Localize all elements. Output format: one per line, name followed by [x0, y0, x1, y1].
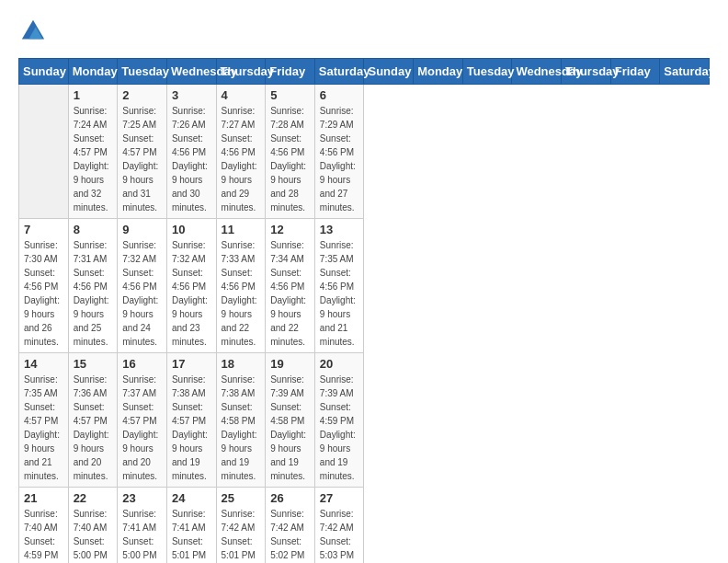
weekday-header-sunday: Sunday [19, 59, 69, 85]
weekday-header-friday: Friday [266, 59, 315, 85]
day-info: Sunrise: 7:26 AMSunset: 4:56 PMDaylight:… [172, 104, 211, 214]
calendar-cell: 12Sunrise: 7:34 AMSunset: 4:56 PMDayligh… [266, 219, 315, 353]
calendar-week-row: 14Sunrise: 7:35 AMSunset: 4:57 PMDayligh… [19, 353, 710, 488]
day-info: Sunrise: 7:38 AMSunset: 4:57 PMDaylight:… [172, 373, 211, 483]
day-number: 24 [172, 491, 211, 505]
day-info: Sunrise: 7:32 AMSunset: 4:56 PMDaylight:… [122, 238, 162, 349]
day-number: 12 [270, 223, 310, 236]
weekday-header-tuesday: Tuesday [118, 59, 167, 85]
day-info: Sunrise: 7:35 AMSunset: 4:56 PMDaylight:… [320, 238, 359, 349]
day-info: Sunrise: 7:38 AMSunset: 4:58 PMDaylight:… [222, 373, 261, 483]
day-number: 18 [222, 357, 261, 371]
day-info: Sunrise: 7:25 AMSunset: 4:57 PMDaylight:… [122, 104, 162, 214]
day-info: Sunrise: 7:40 AMSunset: 4:59 PMDaylight:… [24, 507, 63, 563]
calendar-cell [19, 85, 69, 219]
day-info: Sunrise: 7:41 AMSunset: 5:01 PMDaylight:… [172, 507, 211, 563]
day-number: 15 [74, 357, 113, 371]
calendar-cell: 14Sunrise: 7:35 AMSunset: 4:57 PMDayligh… [19, 353, 69, 488]
page-header [18, 18, 710, 49]
calendar-cell: 15Sunrise: 7:36 AMSunset: 4:57 PMDayligh… [68, 353, 118, 488]
day-number: 13 [320, 223, 359, 236]
day-info: Sunrise: 7:42 AMSunset: 5:02 PMDaylight:… [270, 507, 310, 563]
day-number: 2 [122, 88, 162, 102]
calendar-cell: 5Sunrise: 7:28 AMSunset: 4:56 PMDaylight… [266, 85, 315, 219]
day-info: Sunrise: 7:29 AMSunset: 4:56 PMDaylight:… [320, 104, 359, 214]
calendar-cell: 10Sunrise: 7:32 AMSunset: 4:56 PMDayligh… [166, 219, 216, 353]
calendar-cell: 4Sunrise: 7:27 AMSunset: 4:56 PMDaylight… [216, 85, 266, 219]
weekday-header-thursday: Thursday [216, 59, 266, 85]
day-number: 1 [74, 88, 113, 102]
calendar-cell: 22Sunrise: 7:40 AMSunset: 5:00 PMDayligh… [68, 488, 118, 564]
calendar-cell: 25Sunrise: 7:42 AMSunset: 5:01 PMDayligh… [216, 488, 266, 564]
day-info: Sunrise: 7:27 AMSunset: 4:56 PMDaylight:… [222, 104, 261, 214]
day-info: Sunrise: 7:24 AMSunset: 4:57 PMDaylight:… [74, 104, 113, 214]
calendar-cell: 8Sunrise: 7:31 AMSunset: 4:56 PMDaylight… [68, 219, 118, 353]
day-info: Sunrise: 7:42 AMSunset: 5:03 PMDaylight:… [320, 507, 359, 563]
calendar-cell: 2Sunrise: 7:25 AMSunset: 4:57 PMDaylight… [118, 85, 167, 219]
day-info: Sunrise: 7:31 AMSunset: 4:56 PMDaylight:… [74, 238, 113, 349]
day-number: 3 [172, 88, 211, 102]
day-info: Sunrise: 7:28 AMSunset: 4:56 PMDaylight:… [270, 104, 310, 214]
calendar-cell: 3Sunrise: 7:26 AMSunset: 4:56 PMDaylight… [166, 85, 216, 219]
weekday-header-sunday: Sunday [364, 59, 414, 85]
weekday-header-wednesday: Wednesday [166, 59, 216, 85]
day-number: 11 [222, 223, 261, 236]
day-info: Sunrise: 7:39 AMSunset: 4:59 PMDaylight:… [320, 373, 359, 483]
calendar-cell: 19Sunrise: 7:39 AMSunset: 4:58 PMDayligh… [266, 353, 315, 488]
day-number: 20 [320, 357, 359, 371]
day-number: 5 [270, 88, 310, 102]
calendar-cell: 7Sunrise: 7:30 AMSunset: 4:56 PMDaylight… [19, 219, 69, 353]
day-number: 26 [270, 491, 310, 505]
calendar-cell: 21Sunrise: 7:40 AMSunset: 4:59 PMDayligh… [19, 488, 69, 564]
day-number: 19 [270, 357, 310, 371]
day-info: Sunrise: 7:37 AMSunset: 4:57 PMDaylight:… [122, 373, 162, 483]
day-number: 4 [222, 88, 261, 102]
day-number: 27 [320, 491, 359, 505]
calendar-cell: 26Sunrise: 7:42 AMSunset: 5:02 PMDayligh… [266, 488, 315, 564]
calendar-cell: 9Sunrise: 7:32 AMSunset: 4:56 PMDaylight… [118, 219, 167, 353]
calendar-cell: 23Sunrise: 7:41 AMSunset: 5:00 PMDayligh… [118, 488, 167, 564]
calendar-week-row: 7Sunrise: 7:30 AMSunset: 4:56 PMDaylight… [19, 219, 710, 353]
weekday-header-tuesday: Tuesday [462, 59, 512, 85]
day-info: Sunrise: 7:40 AMSunset: 5:00 PMDaylight:… [74, 507, 113, 563]
day-info: Sunrise: 7:35 AMSunset: 4:57 PMDaylight:… [24, 373, 63, 483]
day-number: 25 [222, 491, 261, 505]
logo [18, 18, 46, 49]
day-number: 22 [74, 491, 113, 505]
calendar-cell: 18Sunrise: 7:38 AMSunset: 4:58 PMDayligh… [216, 353, 266, 488]
weekday-header-monday: Monday [414, 59, 463, 85]
calendar-header-row: SundayMondayTuesdayWednesdayThursdayFrid… [19, 59, 710, 85]
day-info: Sunrise: 7:30 AMSunset: 4:56 PMDaylight:… [24, 238, 63, 349]
calendar-week-row: 21Sunrise: 7:40 AMSunset: 4:59 PMDayligh… [19, 488, 710, 564]
calendar-cell: 1Sunrise: 7:24 AMSunset: 4:57 PMDaylight… [68, 85, 118, 219]
day-info: Sunrise: 7:34 AMSunset: 4:56 PMDaylight:… [270, 238, 310, 349]
day-number: 8 [74, 223, 113, 236]
day-number: 23 [122, 491, 162, 505]
day-number: 9 [122, 223, 162, 236]
day-number: 17 [172, 357, 211, 371]
day-number: 10 [172, 223, 211, 236]
weekday-header-thursday: Thursday [562, 59, 611, 85]
day-number: 16 [122, 357, 162, 371]
weekday-header-saturday: Saturday [660, 59, 710, 85]
calendar-week-row: 1Sunrise: 7:24 AMSunset: 4:57 PMDaylight… [19, 85, 710, 219]
logo-text [18, 18, 46, 49]
calendar-table: SundayMondayTuesdayWednesdayThursdayFrid… [18, 58, 710, 563]
calendar-cell: 20Sunrise: 7:39 AMSunset: 4:59 PMDayligh… [314, 353, 364, 488]
day-info: Sunrise: 7:33 AMSunset: 4:56 PMDaylight:… [222, 238, 261, 349]
calendar-cell: 6Sunrise: 7:29 AMSunset: 4:56 PMDaylight… [314, 85, 364, 219]
weekday-header-friday: Friday [610, 59, 660, 85]
weekday-header-monday: Monday [68, 59, 118, 85]
calendar-cell: 13Sunrise: 7:35 AMSunset: 4:56 PMDayligh… [314, 219, 364, 353]
day-number: 7 [24, 223, 63, 236]
calendar-cell: 17Sunrise: 7:38 AMSunset: 4:57 PMDayligh… [166, 353, 216, 488]
day-info: Sunrise: 7:42 AMSunset: 5:01 PMDaylight:… [222, 507, 261, 563]
weekday-header-wednesday: Wednesday [512, 59, 562, 85]
weekday-header-saturday: Saturday [314, 59, 364, 85]
calendar-cell: 24Sunrise: 7:41 AMSunset: 5:01 PMDayligh… [166, 488, 216, 564]
calendar-cell: 27Sunrise: 7:42 AMSunset: 5:03 PMDayligh… [314, 488, 364, 564]
day-number: 14 [24, 357, 63, 371]
calendar-cell: 16Sunrise: 7:37 AMSunset: 4:57 PMDayligh… [118, 353, 167, 488]
calendar-cell: 11Sunrise: 7:33 AMSunset: 4:56 PMDayligh… [216, 219, 266, 353]
day-info: Sunrise: 7:41 AMSunset: 5:00 PMDaylight:… [122, 507, 162, 563]
